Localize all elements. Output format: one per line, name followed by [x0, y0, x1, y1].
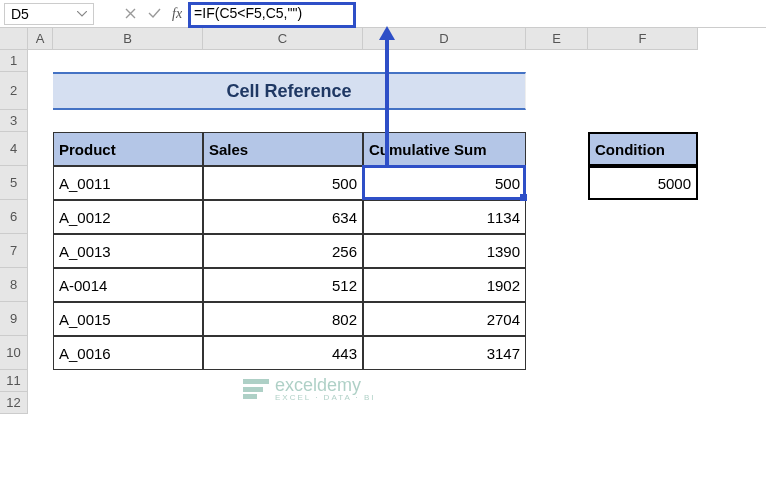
cell-product[interactable]: A_0013 [53, 234, 203, 268]
cell-cumsum[interactable]: 500 [363, 166, 526, 200]
fx-icon[interactable]: fx [166, 6, 188, 22]
cancel-icon[interactable] [118, 2, 142, 26]
cell-cumsum[interactable]: 3147 [363, 336, 526, 370]
condition-value[interactable]: 5000 [588, 166, 698, 200]
header-product: Product [53, 132, 203, 166]
formula-text: =IF(C5<F5,C5,"") [194, 5, 302, 21]
callout-arrow-head [379, 26, 395, 40]
row-header-5[interactable]: 5 [0, 166, 28, 200]
row-header-8[interactable]: 8 [0, 268, 28, 302]
watermark-main: exceldemy [275, 376, 376, 394]
row-header-9[interactable]: 9 [0, 302, 28, 336]
row-header-2[interactable]: 2 [0, 72, 28, 110]
check-icon[interactable] [142, 2, 166, 26]
chevron-down-icon[interactable] [77, 11, 87, 17]
row-header-6[interactable]: 6 [0, 200, 28, 234]
column-header-F[interactable]: F [588, 28, 698, 50]
cell-product[interactable]: A_0016 [53, 336, 203, 370]
name-box[interactable]: D5 [4, 3, 94, 25]
cell-sales[interactable]: 256 [203, 234, 363, 268]
callout-arrow-line [385, 34, 389, 166]
cell-product[interactable]: A_0011 [53, 166, 203, 200]
row-header-11[interactable]: 11 [0, 370, 28, 392]
condition-header: Condition [588, 132, 698, 166]
watermark-sub: EXCEL · DATA · BI [275, 394, 376, 402]
row-header-4[interactable]: 4 [0, 132, 28, 166]
formula-bar: D5 fx =IF(C5<F5,C5,"") [0, 0, 766, 28]
cell-cumsum[interactable]: 1134 [363, 200, 526, 234]
watermark: exceldemyEXCEL · DATA · BI [243, 376, 376, 402]
cell-product[interactable]: A_0015 [53, 302, 203, 336]
header-sales: Sales [203, 132, 363, 166]
cell-product[interactable]: A-0014 [53, 268, 203, 302]
row-header-3[interactable]: 3 [0, 110, 28, 132]
column-header-A[interactable]: A [28, 28, 53, 50]
title-band: Cell Reference [53, 72, 526, 110]
row-header-10[interactable]: 10 [0, 336, 28, 370]
name-box-value: D5 [11, 6, 29, 22]
row-header-12[interactable]: 12 [0, 392, 28, 414]
column-headers: ABCDEF [28, 28, 698, 50]
cell-product[interactable]: A_0012 [53, 200, 203, 234]
select-all-corner[interactable] [0, 28, 28, 50]
row-headers: 123456789101112 [0, 50, 28, 414]
cell-sales[interactable]: 512 [203, 268, 363, 302]
cell-cumsum[interactable]: 1902 [363, 268, 526, 302]
cell-sales[interactable]: 443 [203, 336, 363, 370]
cell-sales[interactable]: 500 [203, 166, 363, 200]
column-header-B[interactable]: B [53, 28, 203, 50]
cell-sales[interactable]: 634 [203, 200, 363, 234]
watermark-logo-icon [243, 379, 269, 399]
column-header-E[interactable]: E [526, 28, 588, 50]
row-header-7[interactable]: 7 [0, 234, 28, 268]
row-header-1[interactable]: 1 [0, 50, 28, 72]
cell-cumsum[interactable]: 2704 [363, 302, 526, 336]
formula-input[interactable]: =IF(C5<F5,C5,"") [188, 3, 762, 25]
cell-sales[interactable]: 802 [203, 302, 363, 336]
column-header-C[interactable]: C [203, 28, 363, 50]
cell-cumsum[interactable]: 1390 [363, 234, 526, 268]
